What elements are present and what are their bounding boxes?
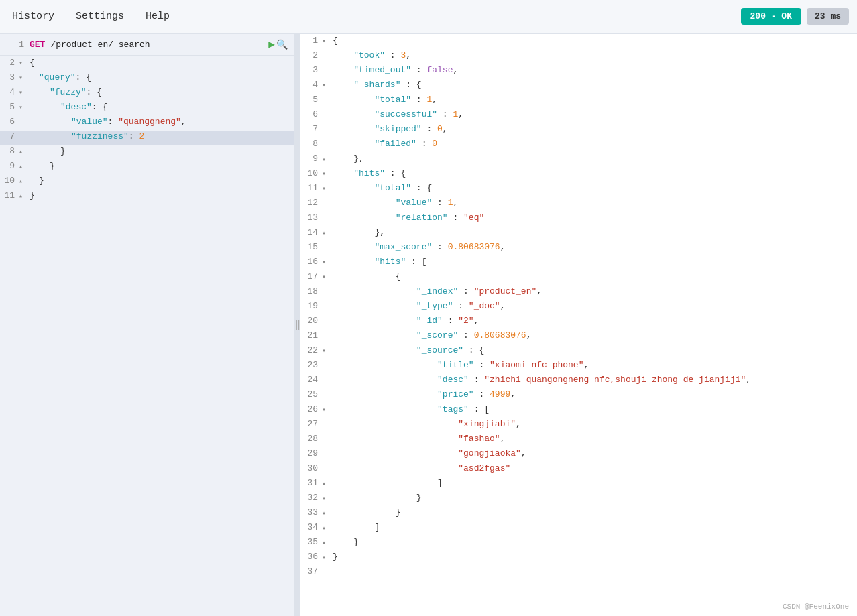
run-button[interactable]: ▶ 🔍	[268, 38, 294, 51]
resp-line-16: 16 ▾ "hits" : [	[300, 256, 857, 271]
code-line-9: 9 ▴ }	[0, 160, 294, 175]
resp-line-29: 29 "gongjiaoka",	[300, 448, 857, 463]
resp-line-10: 10 ▾ "hits" : {	[300, 168, 857, 182]
code-line-2: 2 ▾ {	[0, 57, 294, 72]
resp-line-2: 2 "took" : 3,	[300, 50, 857, 64]
code-line-5: 5 ▾ "desc": {	[0, 101, 294, 116]
code-line-10: 10 ▴ }	[0, 175, 294, 190]
request-line-num: 1	[5, 40, 24, 50]
resp-line-27: 27 "xingjiabi",	[300, 418, 857, 433]
resp-line-33: 33 ▴ }	[300, 507, 857, 521]
status-badge: 200 - OK	[741, 8, 801, 25]
resp-line-34: 34 ▴ ]	[300, 521, 857, 536]
resp-line-1: 1 ▾ {	[300, 35, 857, 50]
resp-line-36: 36 ▴ }	[300, 551, 857, 566]
resp-line-23: 23 "title" : "xiaomi nfc phone",	[300, 359, 857, 374]
watermark: CSDN @FeenixOne	[783, 603, 849, 611]
resp-line-9: 9 ▴ },	[300, 153, 857, 168]
resp-line-35: 35 ▴ }	[300, 536, 857, 551]
top-nav: History Settings Help 200 - OK 23 ms	[0, 0, 857, 34]
resp-line-13: 13 "relation" : "eq"	[300, 212, 857, 227]
code-line-4: 4 ▾ "fuzzy": {	[0, 86, 294, 101]
resp-line-8: 8 "failed" : 0	[300, 138, 857, 153]
resp-line-11: 11 ▾ "total" : {	[300, 182, 857, 197]
resp-line-12: 12 "value" : 1,	[300, 197, 857, 212]
resp-line-30: 30 "asd2fgas"	[300, 463, 857, 477]
code-line-8: 8 ▴ }	[0, 145, 294, 160]
code-line-7: 7 "fuzziness": 2	[0, 131, 294, 145]
time-badge: 23 ms	[807, 8, 849, 25]
resp-line-14: 14 ▴ },	[300, 227, 857, 241]
resp-line-28: 28 "fashao",	[300, 433, 857, 448]
right-panel: 1 ▾ { 2 "took" : 3, 3 "timed_out" : fals…	[300, 34, 857, 616]
resp-line-25: 25 "price" : 4999,	[300, 389, 857, 404]
play-icon: ▶	[268, 38, 275, 51]
request-url: /product_en/_search	[50, 40, 150, 50]
nav-settings[interactable]: Settings	[72, 8, 128, 25]
http-method: GET	[30, 40, 45, 50]
resp-line-31: 31 ▴ ]	[300, 477, 857, 492]
resp-line-20: 20 "_id" : "2",	[300, 315, 857, 330]
resp-line-7: 7 "skipped" : 0,	[300, 123, 857, 138]
left-code-area: 2 ▾ { 3 ▾ "query": { 4 ▾ "fuzzy": { 5 ▾ …	[0, 56, 294, 206]
response-code: 1 ▾ { 2 "took" : 3, 3 "timed_out" : fals…	[300, 34, 857, 582]
top-right: 200 - OK 23 ms	[741, 8, 849, 25]
resp-line-24: 24 "desc" : "zhichi quangongneng nfc,sho…	[300, 374, 857, 389]
resp-line-26: 26 ▾ "tags" : [	[300, 404, 857, 418]
nav-history[interactable]: History	[8, 8, 58, 25]
resp-line-15: 15 "max_score" : 0.80683076,	[300, 241, 857, 256]
resp-line-37: 37	[300, 566, 857, 580]
resp-line-3: 3 "timed_out" : false,	[300, 64, 857, 79]
resp-line-32: 32 ▴ }	[300, 492, 857, 507]
wrench-icon: 🔍	[276, 39, 288, 50]
left-panel: 1 GET /product_en/_search ▶ 🔍 2 ▾ { 3 ▾ …	[0, 34, 295, 616]
resp-line-4: 4 ▾ "_shards" : {	[300, 79, 857, 94]
resp-line-18: 18 "_index" : "product_en",	[300, 286, 857, 300]
resp-line-22: 22 ▾ "_source" : {	[300, 345, 857, 359]
resp-line-5: 5 "total" : 1,	[300, 94, 857, 109]
code-line-11: 11 ▴ }	[0, 190, 294, 204]
nav-help[interactable]: Help	[141, 8, 174, 25]
main-area: 1 GET /product_en/_search ▶ 🔍 2 ▾ { 3 ▾ …	[0, 34, 857, 616]
resize-handle[interactable]: ‖	[295, 34, 300, 616]
resp-line-21: 21 "_score" : 0.80683076,	[300, 330, 857, 345]
resp-line-17: 17 ▾ {	[300, 271, 857, 286]
code-line-6: 6 "value": "quanggneng",	[0, 116, 294, 131]
resp-line-6: 6 "successful" : 1,	[300, 109, 857, 123]
request-line: 1 GET /product_en/_search ▶ 🔍	[0, 34, 294, 56]
resp-line-19: 19 "_type" : "_doc",	[300, 300, 857, 315]
code-line-3: 3 ▾ "query": {	[0, 72, 294, 86]
